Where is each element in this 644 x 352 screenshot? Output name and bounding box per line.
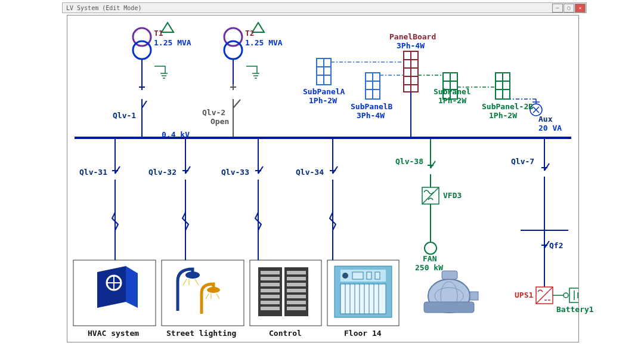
fan-rating: 250 kW <box>415 263 443 272</box>
subpanel2b-type: 1Ph-2W <box>489 111 517 120</box>
ground-icon <box>246 66 259 78</box>
svg-point-61 <box>564 293 568 298</box>
motor-icon <box>424 271 478 313</box>
disconnector-qlv1[interactable] <box>139 84 147 137</box>
subpanel1-type: 1Ph-2W <box>438 96 466 105</box>
aux-rating: 20 VA <box>538 123 562 132</box>
subpanelA-type: 1Ph-2W <box>309 96 337 105</box>
breaker-qf2[interactable] <box>541 230 549 287</box>
subpanelA-name: SubPanelA <box>303 87 345 96</box>
floor-label: Floor 14 <box>344 329 382 338</box>
server-rack-icon <box>258 267 308 316</box>
panelboard-name: PanelBoard <box>389 32 436 41</box>
aux-name: Aux <box>538 115 552 123</box>
svg-rect-81 <box>261 307 280 310</box>
bus-voltage: 0.4 kV <box>162 130 190 139</box>
qlv34-label: Qlv-34 <box>296 168 324 177</box>
svg-marker-0 <box>162 23 174 32</box>
svg-rect-101 <box>352 272 363 279</box>
hvac-icon <box>97 266 138 308</box>
ups-label: UPS1 <box>515 291 533 299</box>
svg-rect-80 <box>261 301 280 304</box>
t2-rating: 1.25 MVA <box>245 38 283 47</box>
svg-rect-75 <box>261 271 280 274</box>
feeder-qlv32[interactable] <box>182 139 190 260</box>
streetlight-icon <box>178 269 220 314</box>
qf2-label: Qf2 <box>549 241 563 250</box>
vfd3[interactable] <box>422 187 439 204</box>
feeder-qlv31[interactable] <box>112 139 120 260</box>
floor-panel-icon <box>335 266 392 317</box>
svg-marker-67 <box>126 266 138 308</box>
window-titlebar: LV System (Edit Mode) — ▢ ✕ <box>62 2 587 13</box>
subpanel-a[interactable] <box>317 58 331 85</box>
feeder-qlv7[interactable] <box>521 139 568 230</box>
feeder-qlv38[interactable] <box>428 139 435 187</box>
svg-rect-84 <box>287 283 306 286</box>
qlv2-label: Qlv-2 <box>202 108 225 117</box>
feeder-qlv34[interactable] <box>330 139 338 260</box>
qlv7-label: Qlv-7 <box>511 157 534 166</box>
qlv1-label: Qlv-1 <box>113 111 136 120</box>
fan-name: FAN <box>423 254 436 263</box>
svg-rect-102 <box>367 272 371 279</box>
qlv32-label: Qlv-32 <box>148 168 177 177</box>
window-title: LV System (Edit Mode) <box>66 5 141 11</box>
svg-rect-107 <box>470 292 478 300</box>
svg-rect-82 <box>287 271 306 274</box>
svg-rect-83 <box>287 277 306 280</box>
maximize-button[interactable]: ▢ <box>564 4 574 13</box>
main-bus[interactable] <box>75 137 571 139</box>
ground-icon <box>154 66 168 78</box>
svg-line-59 <box>536 287 553 304</box>
subpanelB-name: SubPanelB <box>351 102 392 111</box>
svg-point-2 <box>133 41 151 59</box>
disconnector-qlv2[interactable] <box>230 84 240 137</box>
qlv2-state: Open <box>210 117 229 126</box>
svg-rect-77 <box>261 283 280 286</box>
svg-point-71 <box>185 271 200 279</box>
ups1[interactable] <box>536 287 553 304</box>
battery-label: Battery1 <box>556 305 594 314</box>
hvac-label: HVAC system <box>88 329 139 338</box>
svg-point-100 <box>342 273 348 279</box>
battery1[interactable] <box>553 288 578 302</box>
svg-rect-86 <box>287 295 306 298</box>
subpanel-b[interactable] <box>366 73 380 99</box>
minimize-button[interactable]: — <box>552 4 563 13</box>
control-label: Control <box>269 329 302 338</box>
fan-symbol[interactable] <box>425 242 436 254</box>
subpanelB-type: 3Ph-4W <box>357 111 385 120</box>
street-label: Street lighting <box>166 329 236 338</box>
svg-rect-91 <box>340 284 386 314</box>
t1-name: T1 <box>154 29 163 38</box>
svg-rect-103 <box>375 272 380 279</box>
panelboard-type: 3Ph-4W <box>397 41 425 50</box>
svg-point-6 <box>224 41 242 59</box>
qlv38-label: Qlv-38 <box>395 157 423 166</box>
svg-rect-78 <box>261 289 280 292</box>
single-line-diagram: T1 1.25 MVA T2 1.25 MVA Qlv-1 Qlv-2 Open… <box>67 15 579 342</box>
svg-rect-85 <box>287 289 306 292</box>
svg-marker-66 <box>97 266 126 308</box>
svg-rect-106 <box>442 271 457 279</box>
svg-line-52 <box>422 187 439 204</box>
subpanel1-name: SubPanel <box>434 87 471 96</box>
svg-rect-88 <box>287 307 306 310</box>
qlv33-label: Qlv-33 <box>221 168 249 177</box>
svg-rect-79 <box>261 295 280 298</box>
svg-rect-87 <box>287 301 306 304</box>
close-button[interactable]: ✕ <box>575 4 586 13</box>
t2-name: T2 <box>245 29 255 38</box>
svg-rect-105 <box>424 302 474 313</box>
t1-rating: 1.25 MVA <box>154 38 191 47</box>
feeder-qlv33[interactable] <box>255 139 263 260</box>
svg-rect-76 <box>261 277 280 280</box>
subpanel2b-name: SubPanel-2B <box>482 102 533 111</box>
panelboard[interactable] <box>404 51 418 92</box>
svg-point-72 <box>207 287 220 293</box>
subpanel-2b[interactable] <box>496 73 510 99</box>
qlv31-label: Qlv-31 <box>79 168 107 177</box>
vfd-label: VFD3 <box>443 191 462 200</box>
